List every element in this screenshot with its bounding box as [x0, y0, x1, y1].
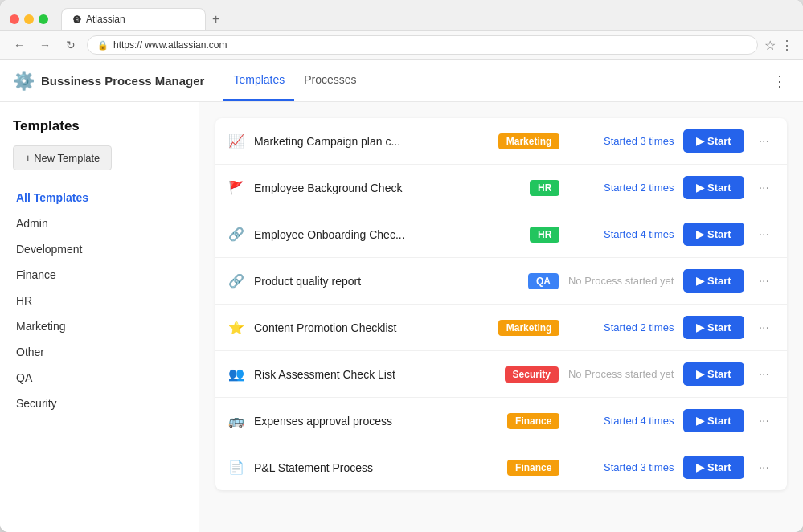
template-tag: QA	[528, 273, 559, 289]
app-logo-icon: ⚙️	[13, 71, 35, 92]
browser-more-button[interactable]: ⋮	[780, 38, 793, 53]
maximize-traffic-light[interactable]	[39, 14, 48, 24]
start-button[interactable]: ▶ Start	[683, 456, 744, 479]
template-tag: HR	[530, 227, 559, 243]
refresh-button[interactable]: ↻	[61, 35, 80, 55]
forward-button[interactable]: →	[35, 35, 55, 55]
app-content: ⚙️ Bussiness Process Manager Templates P…	[0, 60, 803, 532]
template-row: 🚌Expenses approval processFinanceStarted…	[215, 398, 787, 444]
template-tag: Security	[505, 366, 559, 383]
nav-processes[interactable]: Processes	[294, 60, 366, 101]
template-name: Employee Background Check	[254, 182, 520, 194]
sidebar: Templates + New Template All Templates A…	[0, 102, 199, 532]
tab-title: Atlassian	[86, 14, 125, 25]
sidebar-item-hr[interactable]: HR	[13, 288, 186, 313]
template-tag: Finance	[507, 460, 559, 476]
template-name: Expenses approval process	[254, 415, 498, 428]
template-status: Started 4 times	[569, 415, 674, 427]
url-text: https:// www.atlassian.com	[113, 39, 227, 51]
start-button[interactable]: ▶ Start	[683, 316, 744, 339]
template-tag: HR	[530, 180, 559, 196]
start-button[interactable]: ▶ Start	[683, 129, 744, 153]
app-more-button[interactable]: ⋮	[769, 69, 790, 93]
template-status: No Process started yet	[568, 368, 674, 380]
start-button[interactable]: ▶ Start	[683, 269, 744, 293]
template-icon: 📈	[228, 133, 244, 149]
start-button[interactable]: ▶ Start	[683, 362, 744, 386]
template-row: 🚩Employee Background CheckHRStarted 2 ti…	[215, 165, 787, 211]
app-nav: Templates Processes	[223, 60, 769, 101]
template-tag: Marketing	[498, 133, 560, 149]
template-icon: 🚌	[228, 413, 244, 428]
template-icon: 🔗	[228, 273, 244, 289]
sidebar-title: Templates	[13, 118, 186, 134]
lock-icon: 🔒	[97, 40, 109, 51]
nav-templates[interactable]: Templates	[223, 60, 294, 101]
template-name: Employee Onboarding Chec...	[254, 228, 520, 241]
sidebar-item-all-templates[interactable]: All Templates	[13, 185, 186, 211]
more-options-button[interactable]: ···	[754, 366, 774, 383]
template-name: Content Promotion Checklist	[254, 321, 489, 334]
sidebar-item-development[interactable]: Development	[13, 236, 186, 262]
app-header: ⚙️ Bussiness Process Manager Templates P…	[0, 60, 803, 102]
new-tab-button[interactable]: +	[206, 9, 226, 30]
sidebar-item-admin[interactable]: Admin	[13, 211, 186, 236]
sidebar-item-qa[interactable]: QA	[13, 365, 186, 391]
template-icon: 📄	[228, 460, 244, 475]
close-traffic-light[interactable]	[10, 14, 19, 24]
template-status: Started 2 times	[569, 321, 674, 334]
template-row: 📈Marketing Campaign plan c...MarketingSt…	[215, 118, 787, 165]
template-status: Started 3 times	[569, 135, 674, 147]
more-options-button[interactable]: ···	[754, 179, 774, 197]
template-status: No Process started yet	[568, 275, 674, 287]
sidebar-item-other[interactable]: Other	[13, 339, 186, 365]
address-bar[interactable]: 🔒 https:// www.atlassian.com	[87, 35, 758, 55]
sidebar-item-security[interactable]: Security	[13, 391, 186, 416]
app-title: Bussiness Process Manager	[41, 74, 204, 88]
more-options-button[interactable]: ···	[754, 272, 774, 290]
sidebar-item-finance[interactable]: Finance	[13, 262, 186, 288]
template-tag: Finance	[507, 413, 559, 429]
content-area: 📈Marketing Campaign plan c...MarketingSt…	[199, 102, 803, 532]
bookmark-button[interactable]: ☆	[764, 38, 776, 53]
template-name: Risk Assessment Check List	[254, 368, 495, 381]
start-button[interactable]: ▶ Start	[683, 409, 744, 432]
more-options-button[interactable]: ···	[754, 319, 774, 337]
browser-titlebar: 🅐 Atlassian +	[0, 0, 803, 31]
template-icon: ⭐	[228, 320, 244, 335]
template-row: ⭐Content Promotion ChecklistMarketingSta…	[215, 305, 787, 351]
new-template-button[interactable]: + New Template	[13, 145, 112, 170]
template-icon: 🚩	[228, 180, 244, 195]
toolbar-end: ☆ ⋮	[764, 38, 793, 53]
template-name: Marketing Campaign plan c...	[254, 135, 489, 148]
more-options-button[interactable]: ···	[754, 226, 774, 243]
template-status: Started 4 times	[569, 228, 674, 240]
template-row: 👥Risk Assessment Check ListSecurityNo Pr…	[215, 351, 787, 398]
template-tag: Marketing	[498, 320, 560, 336]
browser-tab[interactable]: 🅐 Atlassian	[61, 8, 206, 30]
template-status: Started 3 times	[569, 461, 674, 473]
more-options-button[interactable]: ···	[754, 412, 774, 430]
start-button[interactable]: ▶ Start	[683, 176, 744, 199]
template-row: 📄P&L Statement ProcessFinanceStarted 3 t…	[215, 444, 787, 490]
template-icon: 👥	[228, 366, 244, 382]
main-layout: Templates + New Template All Templates A…	[0, 102, 803, 532]
tab-bar: 🅐 Atlassian +	[61, 8, 793, 30]
sidebar-nav: All Templates Admin Development Finance …	[13, 185, 186, 416]
more-options-button[interactable]: ···	[754, 133, 774, 150]
template-icon: 🔗	[228, 227, 244, 242]
template-name: P&L Statement Process	[254, 461, 498, 474]
start-button[interactable]: ▶ Start	[683, 223, 744, 246]
sidebar-item-marketing[interactable]: Marketing	[13, 313, 186, 339]
traffic-lights	[10, 14, 48, 24]
template-row: 🔗Employee Onboarding Chec...HRStarted 4 …	[215, 211, 787, 258]
back-button[interactable]: ←	[10, 35, 29, 55]
template-list: 📈Marketing Campaign plan c...MarketingSt…	[215, 118, 787, 490]
template-row: 🔗Product quality reportQANo Process star…	[215, 258, 787, 305]
header-right: ⋮	[769, 69, 790, 93]
template-name: Product quality report	[254, 275, 518, 288]
browser-toolbar: ← → ↻ 🔒 https:// www.atlassian.com ☆ ⋮	[0, 31, 803, 60]
more-options-button[interactable]: ···	[754, 459, 774, 477]
template-status: Started 2 times	[569, 182, 674, 194]
minimize-traffic-light[interactable]	[24, 14, 34, 24]
